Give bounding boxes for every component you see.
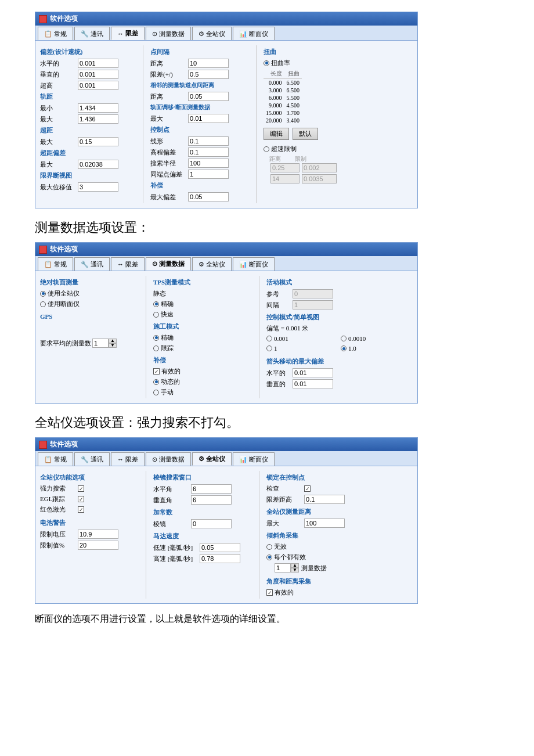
input-vertical[interactable] bbox=[78, 70, 118, 79]
input-vert-angle[interactable] bbox=[191, 495, 232, 505]
radio-ctrl-001[interactable]: 0.001 bbox=[266, 335, 338, 342]
input-chaopian-max[interactable] bbox=[78, 160, 118, 169]
input-horizontal[interactable] bbox=[78, 59, 118, 68]
input-ctrl-elev[interactable] bbox=[188, 147, 229, 157]
input-pi-dist[interactable] bbox=[188, 59, 229, 68]
panel-1-col2: 点间隔 距离 限差(+/) 相邻的测量轨道点间距离 距离 轨面调移·断面测量数据… bbox=[150, 45, 249, 203]
tab-measure-2[interactable]: ⊙ 测量数据 bbox=[146, 257, 191, 271]
window-icon-3 bbox=[39, 441, 47, 449]
table-row: 15.0003.700 bbox=[264, 109, 302, 117]
row-rel-dist: 距离 bbox=[150, 92, 249, 101]
check-valid[interactable]: 有效的 bbox=[153, 367, 252, 376]
check-egl[interactable] bbox=[78, 496, 84, 502]
tab-measure-1[interactable]: ⊙ 测量数据 bbox=[146, 27, 191, 40]
row-superelevation: 超高 bbox=[40, 81, 136, 90]
group-control-mode: 控制模式/简单视图 bbox=[266, 313, 413, 322]
radio-use-cross[interactable]: 使用断面仪 bbox=[40, 300, 139, 308]
input-pi-limit[interactable] bbox=[188, 70, 229, 79]
group-angle-dist: 角度和距离采集 bbox=[266, 577, 413, 586]
tab-comm-3[interactable]: 🔧 通讯 bbox=[74, 452, 110, 466]
input-batt-pct[interactable] bbox=[78, 541, 118, 550]
input-ctrl-endpoint[interactable] bbox=[188, 170, 229, 179]
radio-tilt-none-label: 无效 bbox=[274, 542, 287, 551]
tab-limit-1[interactable]: ↔ 限差 bbox=[111, 27, 145, 40]
tab-cross-1[interactable]: 📊 断面仪 bbox=[233, 27, 275, 40]
radio-overspeed[interactable]: 超速限制 bbox=[264, 145, 413, 153]
input-avg[interactable] bbox=[92, 339, 109, 348]
radio-ctrl-10[interactable]: 1.0 bbox=[341, 345, 413, 352]
check-strong-search[interactable] bbox=[78, 485, 84, 492]
tab-normal-2[interactable]: 📋 常规 bbox=[38, 257, 73, 271]
input-motor-low[interactable] bbox=[200, 543, 240, 552]
spinner-avg[interactable]: ▲ ▼ bbox=[92, 339, 117, 348]
radio-tilt-each[interactable]: 每个都有效 bbox=[266, 553, 413, 561]
input-rel-dist[interactable] bbox=[188, 92, 229, 101]
heading-3: 断面仪的选项不用进行设置，以上就是软件选项的详细设置。 bbox=[35, 613, 499, 625]
input-superelevation[interactable] bbox=[78, 81, 118, 90]
input-batt-volt[interactable] bbox=[78, 530, 118, 539]
radio-tps-fast[interactable]: 快速 bbox=[153, 310, 252, 319]
tab-limit-3[interactable]: ↔ 限差 bbox=[111, 452, 145, 466]
btn-edit[interactable]: 编辑 bbox=[264, 128, 289, 140]
row-overspeed-2 bbox=[264, 174, 413, 183]
radio-ctrl-1-icon bbox=[266, 345, 272, 351]
tab-cross-2[interactable]: 📊 断面仪 bbox=[233, 257, 275, 271]
tab-limit-2[interactable]: ↔ 限差 bbox=[111, 257, 145, 271]
input-track-min[interactable] bbox=[78, 103, 118, 113]
check-redlaser[interactable] bbox=[78, 506, 84, 513]
panel-2-title: 软件选项 bbox=[50, 244, 78, 254]
input-motor-high[interactable] bbox=[200, 554, 240, 563]
table-row: 0.0006.500 bbox=[264, 79, 302, 87]
input-comp-max[interactable] bbox=[188, 192, 229, 201]
radio-dynamic[interactable]: 动态的 bbox=[153, 377, 252, 386]
radio-tilt-none[interactable]: 无效 bbox=[266, 542, 413, 551]
input-horiz-angle[interactable] bbox=[191, 484, 232, 494]
radio-ctrl-0010[interactable]: 0.0010 bbox=[341, 335, 413, 342]
radio-manual-icon bbox=[153, 390, 159, 395]
input-tilt-spin[interactable] bbox=[275, 563, 291, 573]
input-head-horiz[interactable] bbox=[293, 368, 333, 377]
btn-default[interactable]: 默认 bbox=[293, 128, 318, 140]
tab-comm-1[interactable]: 🔧 通讯 bbox=[74, 27, 110, 40]
radio-tps-fast-label: 快速 bbox=[161, 310, 174, 319]
input-head-vert[interactable] bbox=[293, 379, 333, 388]
radio-curve-rate[interactable]: 扭曲率 bbox=[264, 59, 413, 67]
check-lock[interactable] bbox=[304, 485, 311, 492]
tab-measure-3[interactable]: ⊙ 测量数据 bbox=[146, 452, 191, 466]
input-prism[interactable] bbox=[191, 519, 232, 528]
radio-tps-fast-icon bbox=[153, 312, 159, 318]
tab-total-1[interactable]: ⚙ 全站仪 bbox=[192, 27, 232, 40]
tab-comm-2[interactable]: 🔧 通讯 bbox=[74, 257, 110, 271]
radio-use-total[interactable]: 使用全站仪 bbox=[40, 289, 139, 298]
spinner-tilt-down[interactable]: ▼ bbox=[291, 568, 299, 573]
tab-total-3[interactable]: ⚙ 全站仪 bbox=[192, 452, 232, 466]
group-trackface: 轨面调移·断面测量数据 bbox=[150, 103, 249, 111]
divider-3 bbox=[146, 276, 146, 398]
input-track-max[interactable] bbox=[78, 114, 118, 124]
row-track-min: 最小 bbox=[40, 103, 136, 113]
radio-use-cross-label: 使用断面仪 bbox=[48, 300, 80, 308]
tab-normal-1[interactable]: 📋 常规 bbox=[38, 27, 73, 40]
radio-ctrl-0010-label: 0.0010 bbox=[348, 335, 366, 342]
spinner-down[interactable]: ▼ bbox=[109, 343, 117, 348]
tab-total-2[interactable]: ⚙ 全站仪 bbox=[192, 257, 232, 271]
check-valid-icon bbox=[153, 368, 160, 375]
row-vert-angle: 垂直角 bbox=[153, 495, 252, 505]
tab-normal-3[interactable]: 📋 常规 bbox=[38, 452, 73, 466]
radio-manual[interactable]: 手动 bbox=[153, 388, 252, 397]
label-prism: 棱镜 bbox=[153, 520, 191, 528]
input-limit-max[interactable] bbox=[78, 182, 118, 192]
input-chaodis-max[interactable] bbox=[78, 137, 118, 146]
input-ctrl-radius[interactable] bbox=[188, 159, 229, 168]
check-angle-valid[interactable]: 有效的 bbox=[266, 588, 413, 597]
input-tf-max[interactable] bbox=[188, 114, 229, 123]
radio-work-precise[interactable]: 精确 bbox=[153, 333, 252, 342]
input-meas-max[interactable] bbox=[304, 519, 345, 528]
input-limit-dist[interactable] bbox=[304, 495, 345, 504]
radio-work-track[interactable]: 限踪 bbox=[153, 344, 252, 352]
radio-ctrl-1[interactable]: 1 bbox=[266, 345, 338, 352]
input-ctrl-line[interactable] bbox=[188, 136, 229, 146]
spinner-tilt[interactable]: ▲ ▼ bbox=[275, 563, 299, 573]
radio-tps-precise[interactable]: 精确 bbox=[153, 300, 252, 308]
tab-cross-3[interactable]: 📊 断面仪 bbox=[233, 452, 275, 466]
